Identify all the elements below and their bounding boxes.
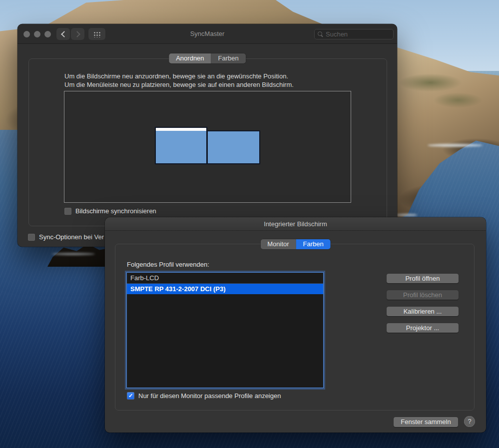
open-profile-button[interactable]: Profil öffnen xyxy=(387,274,459,283)
secondary-display-thumbnail[interactable] xyxy=(207,130,260,164)
integrated-display-window: Integrierter Bildschirm Monitor Farben F… xyxy=(105,217,486,433)
mirror-displays-label: Bildschirme synchronisieren xyxy=(75,207,156,215)
tab-farben[interactable]: Farben xyxy=(296,239,331,249)
filter-profiles-row: ✓ Nur für diesen Monitor passende Profil… xyxy=(127,392,281,400)
search-field[interactable]: Suchen xyxy=(314,29,394,39)
help-button[interactable]: ? xyxy=(464,416,475,427)
minimize-button[interactable] xyxy=(34,31,40,37)
back-button[interactable] xyxy=(56,28,70,40)
grid-icon xyxy=(93,31,101,37)
filter-profiles-checkbox[interactable]: ✓ xyxy=(127,392,134,400)
tab-anordnen[interactable]: Anordnen xyxy=(169,53,211,63)
instruction-line-1: Um die Bildschirme neu anzuordnen, beweg… xyxy=(64,72,294,80)
primary-display-thumbnail[interactable] xyxy=(155,127,207,164)
profile-section-label: Folgendes Profil verwenden: xyxy=(127,261,209,268)
wallpaper-surf xyxy=(428,144,483,147)
syncmaster-window: SyncMaster Suchen xyxy=(17,24,397,247)
calibrate-button[interactable]: Kalibrieren ... xyxy=(387,307,459,316)
projector-button[interactable]: Projektor ... xyxy=(387,323,459,333)
sync-options-checkbox[interactable] xyxy=(28,234,35,241)
gather-windows-button[interactable]: Fenster sammeln xyxy=(394,417,458,427)
instruction-line-2: Um die Menüleiste neu zu platzieren, bew… xyxy=(64,80,294,89)
display-tabs: Monitor Farben xyxy=(260,239,331,249)
tab-farben[interactable]: Farben xyxy=(211,53,246,63)
mirror-displays-row: Bildschirme synchronisieren xyxy=(64,207,156,215)
desktop: SyncMaster Suchen xyxy=(0,0,499,448)
search-placeholder: Suchen xyxy=(326,30,348,38)
window-title: Integrierter Bildschirm xyxy=(105,217,486,231)
wallpaper-surf xyxy=(396,214,417,216)
syncmaster-titlebar[interactable]: SyncMaster Suchen xyxy=(17,24,397,44)
zoom-button[interactable] xyxy=(44,31,51,37)
color-pane: Folgendes Profil verwenden: Farb-LCD SMP… xyxy=(115,244,475,411)
sync-options-row: Sync-Optionen bei Ver xyxy=(28,233,104,241)
forward-button[interactable] xyxy=(71,28,84,40)
show-all-button[interactable] xyxy=(88,28,105,40)
profile-row-farb-lcd[interactable]: Farb-LCD xyxy=(127,273,323,284)
chevron-right-icon xyxy=(74,31,80,37)
profile-row-smpte-selected[interactable]: SMPTE RP 431-2-2007 DCI (P3) xyxy=(127,284,323,294)
arrangement-instructions: Um die Bildschirme neu anzuordnen, beweg… xyxy=(64,72,294,89)
search-icon xyxy=(318,31,323,37)
filter-profiles-label: Nur für diesen Monitor passende Profile … xyxy=(138,392,281,400)
nav-buttons xyxy=(56,28,84,40)
display-arrangement-canvas xyxy=(64,91,351,203)
menu-bar-strip[interactable] xyxy=(156,128,206,131)
close-button[interactable] xyxy=(23,31,30,37)
tab-monitor[interactable]: Monitor xyxy=(260,239,296,249)
traffic-lights xyxy=(23,31,51,37)
mirror-displays-checkbox[interactable] xyxy=(64,208,71,215)
sync-options-label: Sync-Optionen bei Ver xyxy=(39,233,104,241)
color-profile-list[interactable]: Farb-LCD SMPTE RP 431-2-2007 DCI (P3) xyxy=(126,272,324,388)
arrangement-tabs: Anordnen Farben xyxy=(169,53,246,63)
wallpaper-surf xyxy=(52,253,95,255)
chevron-left-icon xyxy=(61,31,67,37)
arrangement-pane: Um die Bildschirme neu anzuordnen, beweg… xyxy=(28,58,387,226)
delete-profile-button[interactable]: Profil löschen xyxy=(387,290,459,300)
integrated-display-titlebar[interactable]: Integrierter Bildschirm xyxy=(105,217,486,231)
